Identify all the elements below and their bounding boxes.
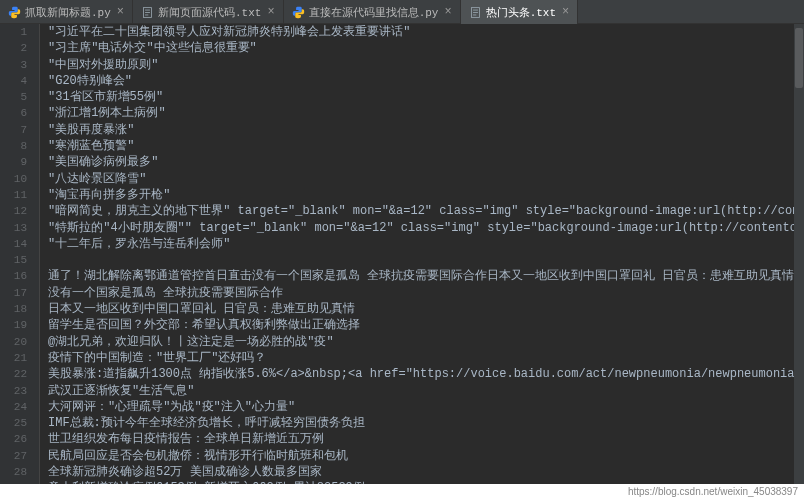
- line-number: 5: [0, 89, 27, 105]
- line-number: 7: [0, 122, 27, 138]
- code-line[interactable]: 世卫组织发布每日疫情报告：全球单日新增近五万例: [48, 431, 804, 447]
- text-file-icon: [141, 6, 154, 19]
- editor-tabs: 抓取新闻标题.py × 新闻页面源代码.txt × 直接在源代码里找信息.py …: [0, 0, 804, 24]
- code-line[interactable]: "暗网简史，朋克主义的地下世界" target="_blank" mon="&a…: [48, 203, 804, 219]
- tab-file-4[interactable]: 热门头条.txt ×: [461, 0, 579, 24]
- line-number: 12: [0, 203, 27, 219]
- code-line[interactable]: "十二年后，罗永浩与连岳利会师": [48, 236, 804, 252]
- code-line[interactable]: "美国确诊病例最多": [48, 154, 804, 170]
- code-line[interactable]: 通了！湖北解除离鄂通道管控首日直击没有一个国家是孤岛 全球抗疫需要国际合作日本又…: [48, 268, 804, 284]
- code-line[interactable]: "浙江增1例本土病例": [48, 105, 804, 121]
- line-number: 25: [0, 415, 27, 431]
- python-icon: [8, 6, 21, 19]
- close-icon[interactable]: ×: [117, 5, 124, 19]
- code-line[interactable]: "寒潮蓝色预警": [48, 138, 804, 154]
- text-file-icon: [469, 6, 482, 19]
- code-line[interactable]: "31省区市新增55例": [48, 89, 804, 105]
- python-icon: [292, 6, 305, 19]
- line-number: 6: [0, 105, 27, 121]
- code-line[interactable]: 全球新冠肺炎确诊超52万 美国成确诊人数最多国家: [48, 464, 804, 480]
- code-line[interactable]: @湖北兄弟，欢迎归队！丨这注定是一场必胜的战"疫": [48, 334, 804, 350]
- code-line[interactable]: "特斯拉的"4小时朋友圈"" target="_blank" mon="&a=1…: [48, 220, 804, 236]
- tab-label: 新闻页面源代码.txt: [158, 5, 261, 20]
- code-line[interactable]: 留学生是否回国？外交部：希望认真权衡利弊做出正确选择: [48, 317, 804, 333]
- close-icon[interactable]: ×: [444, 5, 451, 19]
- line-number: 26: [0, 431, 27, 447]
- line-number: 27: [0, 448, 27, 464]
- code-line[interactable]: "美股再度暴涨": [48, 122, 804, 138]
- code-line[interactable]: "八达岭景区降雪": [48, 171, 804, 187]
- line-number: 19: [0, 317, 27, 333]
- line-number: 28: [0, 464, 27, 480]
- line-number: 2: [0, 40, 27, 56]
- line-number: 8: [0, 138, 27, 154]
- line-number-gutter: 1234567891011121314151617181920212223242…: [0, 24, 40, 484]
- close-icon[interactable]: ×: [267, 5, 274, 19]
- line-number: 16: [0, 268, 27, 284]
- line-number: 9: [0, 154, 27, 170]
- code-line[interactable]: "淘宝再向拼多多开枪": [48, 187, 804, 203]
- line-number: 14: [0, 236, 27, 252]
- line-number: 24: [0, 399, 27, 415]
- line-number: 10: [0, 171, 27, 187]
- line-number: 21: [0, 350, 27, 366]
- line-number: 17: [0, 285, 27, 301]
- tab-file-1[interactable]: 抓取新闻标题.py ×: [0, 0, 133, 24]
- code-line[interactable]: "习主席"电话外交"中这些信息很重要": [48, 40, 804, 56]
- code-content[interactable]: "习近平在二十国集团领导人应对新冠肺炎特别峰会上发表重要讲话""习主席"电话外交…: [40, 24, 804, 484]
- code-line[interactable]: [48, 252, 804, 268]
- line-number: 3: [0, 57, 27, 73]
- tab-file-3[interactable]: 直接在源代码里找信息.py ×: [284, 0, 461, 24]
- line-number: 22: [0, 366, 27, 382]
- line-number: 13: [0, 220, 27, 236]
- code-line[interactable]: 没有一个国家是孤岛 全球抗疫需要国际合作: [48, 285, 804, 301]
- editor-area: 1234567891011121314151617181920212223242…: [0, 24, 804, 484]
- tab-label: 直接在源代码里找信息.py: [309, 5, 439, 20]
- line-number: 20: [0, 334, 27, 350]
- scrollbar-thumb[interactable]: [795, 28, 803, 88]
- footer-watermark: https://blog.csdn.net/weixin_45038397: [0, 484, 804, 500]
- code-line[interactable]: 民航局回应是否会包机撤侨：视情形开行临时航班和包机: [48, 448, 804, 464]
- code-line[interactable]: "G20特别峰会": [48, 73, 804, 89]
- code-line[interactable]: 美股暴涨:道指飙升1300点 纳指收涨5.6%</a>&nbsp;<a href…: [48, 366, 804, 382]
- code-line[interactable]: "习近平在二十国集团领导人应对新冠肺炎特别峰会上发表重要讲话": [48, 24, 804, 40]
- line-number: 4: [0, 73, 27, 89]
- footer-url: https://blog.csdn.net/weixin_45038397: [628, 486, 798, 497]
- tab-label: 热门头条.txt: [486, 5, 556, 20]
- line-number: 15: [0, 252, 27, 268]
- tab-label: 抓取新闻标题.py: [25, 5, 111, 20]
- code-line[interactable]: 大河网评："心理疏导"为战"疫"注入"心力量": [48, 399, 804, 415]
- code-line[interactable]: 疫情下的中国制造："世界工厂"还好吗？: [48, 350, 804, 366]
- code-line[interactable]: "中国对外援助原则": [48, 57, 804, 73]
- line-number: 1: [0, 24, 27, 40]
- line-number: 23: [0, 383, 27, 399]
- code-line[interactable]: 武汉正逐渐恢复"生活气息": [48, 383, 804, 399]
- line-number: 11: [0, 187, 27, 203]
- vertical-scrollbar[interactable]: [794, 24, 804, 484]
- code-line[interactable]: IMF总裁:预计今年全球经济负增长，呼吁减轻穷国债务负担: [48, 415, 804, 431]
- tab-file-2[interactable]: 新闻页面源代码.txt ×: [133, 0, 284, 24]
- line-number: 18: [0, 301, 27, 317]
- close-icon[interactable]: ×: [562, 5, 569, 19]
- code-line[interactable]: 日本又一地区收到中国口罩回礼 日官员：患难互助见真情: [48, 301, 804, 317]
